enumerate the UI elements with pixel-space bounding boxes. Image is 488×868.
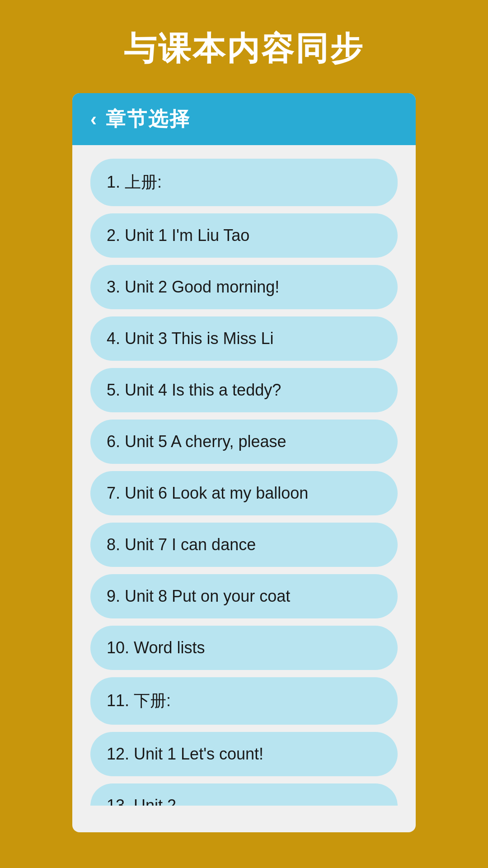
chapter-item-6[interactable]: 6. Unit 5 A cherry, please (90, 420, 398, 464)
chapter-list: 1. 上册:2. Unit 1 I'm Liu Tao3. Unit 2 Goo… (72, 145, 416, 832)
chapter-item-13[interactable]: 13. Unit 2 ... (90, 783, 398, 828)
chapter-item-5[interactable]: 5. Unit 4 Is this a teddy? (90, 368, 398, 412)
chapter-selection-card: ‹ 章节选择 1. 上册:2. Unit 1 I'm Liu Tao3. Uni… (72, 93, 416, 832)
chapter-item-4[interactable]: 4. Unit 3 This is Miss Li (90, 316, 398, 361)
card-header-title: 章节选择 (106, 106, 191, 132)
page-title: 与课本内容同步 (106, 0, 382, 93)
chapter-item-10[interactable]: 10. Word lists (90, 626, 398, 670)
chapter-item-2[interactable]: 2. Unit 1 I'm Liu Tao (90, 213, 398, 258)
chapter-item-9[interactable]: 9. Unit 8 Put on your coat (90, 574, 398, 618)
chapter-item-1[interactable]: 1. 上册: (90, 159, 398, 206)
chapter-item-8[interactable]: 8. Unit 7 I can dance (90, 523, 398, 567)
card-header: ‹ 章节选择 (72, 93, 416, 145)
chapter-item-12[interactable]: 12. Unit 1 Let's count! (90, 732, 398, 776)
chapter-item-7[interactable]: 7. Unit 6 Look at my balloon (90, 471, 398, 515)
chapter-item-11[interactable]: 11. 下册: (90, 677, 398, 725)
back-button[interactable]: ‹ (90, 110, 97, 129)
chapter-item-3[interactable]: 3. Unit 2 Good morning! (90, 265, 398, 309)
